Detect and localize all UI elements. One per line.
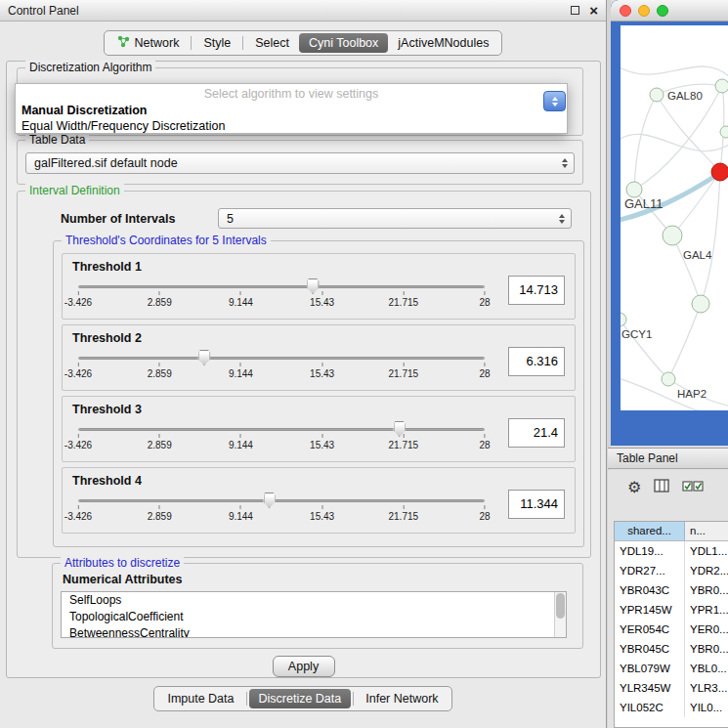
table-data-combobox[interactable]: galFiltered.sif default node bbox=[25, 152, 575, 174]
control-panel-title: Control Panel bbox=[8, 4, 79, 18]
selected-red-node[interactable] bbox=[711, 163, 728, 181]
threshold-2-value-field[interactable]: 6.316 bbox=[508, 347, 565, 376]
cell[interactable]: YDL1... bbox=[685, 541, 728, 561]
list-item-selfloops[interactable]: SelfLoops bbox=[62, 592, 566, 609]
threshold-4-slider[interactable]: -3.426 2.859 9.144 15.43 21.715 28 bbox=[78, 492, 485, 531]
table-row[interactable]: YIL052C YIL0... bbox=[615, 698, 728, 717]
control-panel-window: Control Panel × Network bbox=[0, 0, 607, 728]
table-row[interactable]: YER054C YER0... bbox=[615, 620, 728, 639]
table-row[interactable]: YPR145W YPR1... bbox=[615, 600, 728, 620]
gear-icon[interactable]: ⚙ bbox=[627, 480, 641, 495]
table-row[interactable]: YBL079W YBL0... bbox=[615, 659, 728, 678]
cell[interactable]: YLR3... bbox=[685, 678, 728, 698]
tab-network[interactable]: Network bbox=[107, 32, 190, 54]
table-row[interactable]: YLR345W YLR3... bbox=[615, 678, 728, 698]
threshold-2-panel: Threshold 2 -3.426 2.859 9.144 15.43 21.… bbox=[62, 324, 576, 391]
cell[interactable]: YBR0... bbox=[685, 580, 728, 600]
tab-separator bbox=[353, 692, 354, 706]
column-header-name[interactable]: n... bbox=[685, 522, 728, 540]
cell[interactable]: YDR27... bbox=[615, 561, 685, 580]
list-item-betweennesscentrality[interactable]: BetweennessCentrality bbox=[62, 625, 566, 638]
number-of-intervals-combobox[interactable]: 5 bbox=[218, 208, 572, 229]
slider-track[interactable] bbox=[78, 428, 485, 431]
cell[interactable]: YDR2... bbox=[685, 561, 728, 580]
node-hap2[interactable] bbox=[662, 372, 675, 386]
slider-track[interactable] bbox=[78, 285, 485, 288]
algorithm-item-equal-width-frequency[interactable]: Equal Width/Frequency Discretization bbox=[16, 118, 567, 134]
node[interactable] bbox=[692, 295, 709, 313]
slider-track[interactable] bbox=[78, 499, 485, 502]
tab-style[interactable]: Style bbox=[193, 33, 240, 53]
close-icon[interactable]: × bbox=[589, 3, 598, 18]
float-window-icon[interactable] bbox=[571, 6, 579, 15]
list-scrollbar[interactable] bbox=[554, 592, 566, 637]
node-gal4[interactable] bbox=[663, 226, 682, 245]
thresholds-group-label: Threshold's Coordinates for 5 Intervals bbox=[62, 234, 271, 247]
column-header-shared[interactable]: shared... bbox=[615, 522, 685, 540]
threshold-2-slider[interactable]: -3.426 2.859 9.144 15.43 21.715 28 bbox=[78, 349, 485, 388]
algorithm-combo-button[interactable] bbox=[543, 91, 566, 111]
tab-infer-network[interactable]: Infer Network bbox=[356, 689, 448, 708]
cell[interactable]: YBR043C bbox=[615, 580, 685, 600]
algorithm-item-manual-discretization[interactable]: Manual Discretization bbox=[16, 103, 567, 118]
cell[interactable]: YDL19... bbox=[615, 541, 685, 561]
cell[interactable]: YPR1... bbox=[685, 600, 728, 620]
tab-label: Impute Data bbox=[167, 692, 234, 706]
cell[interactable]: YIL052C bbox=[615, 698, 685, 717]
combo-arrows-icon bbox=[559, 214, 571, 224]
tab-impute-data[interactable]: Impute Data bbox=[157, 689, 243, 708]
columns-icon[interactable] bbox=[654, 479, 669, 496]
cell[interactable]: YBR0... bbox=[685, 639, 728, 659]
threshold-1-slider[interactable]: -3.426 2.859 9.144 15.43 21.715 28 bbox=[78, 278, 485, 317]
threshold-1-value-field[interactable]: 14.713 bbox=[508, 276, 565, 305]
table-row[interactable]: YBR045C YBR0... bbox=[615, 639, 728, 659]
threshold-4-value-field[interactable]: 11.344 bbox=[508, 490, 565, 519]
tick: -3.426 bbox=[64, 363, 92, 379]
cell[interactable]: YER054C bbox=[615, 620, 685, 639]
table-row[interactable]: YDR27... YDR2... bbox=[615, 561, 728, 580]
table-row[interactable]: YBR043C YBR0... bbox=[615, 580, 728, 600]
tab-discretize-data[interactable]: Discretize Data bbox=[249, 689, 352, 708]
threshold-4-panel: Threshold 4 -3.426 2.859 9.144 15.43 21.… bbox=[62, 467, 576, 534]
node[interactable] bbox=[715, 79, 728, 93]
algorithm-hint-item[interactable]: Select algorithm to view settings bbox=[16, 84, 567, 103]
network-canvas[interactable]: GAL80 GAL11 GAL4 GCY1 HAP2 bbox=[621, 25, 728, 410]
interval-definition-label: Interval Definition bbox=[25, 184, 124, 197]
cell[interactable]: YIL0... bbox=[685, 698, 728, 717]
slider-track[interactable] bbox=[78, 357, 485, 360]
node[interactable] bbox=[720, 126, 728, 138]
node-label-gal11: GAL11 bbox=[624, 196, 664, 211]
select-columns-checkboxes-icon[interactable] bbox=[682, 479, 704, 496]
cell[interactable]: YBL079W bbox=[615, 659, 685, 678]
tick: 21.715 bbox=[389, 363, 419, 379]
thresholds-group: Threshold's Coordinates for 5 Intervals … bbox=[53, 240, 584, 547]
cell[interactable]: YBR045C bbox=[615, 639, 685, 659]
cell[interactable]: YPR145W bbox=[615, 600, 685, 620]
threshold-3-value-field[interactable]: 21.4 bbox=[508, 418, 565, 448]
tab-separator bbox=[242, 36, 243, 50]
list-item-topologicalcoefficient[interactable]: TopologicalCoefficient bbox=[62, 609, 566, 625]
apply-button[interactable]: Apply bbox=[273, 656, 335, 677]
zoom-traffic-light[interactable] bbox=[657, 5, 668, 17]
cell[interactable]: YLR345W bbox=[615, 678, 685, 698]
slider-thumb[interactable] bbox=[263, 492, 276, 508]
cell[interactable]: YER0... bbox=[685, 620, 728, 639]
numerical-attributes-list: SelfLoops TopologicalCoefficient Between… bbox=[61, 591, 567, 638]
table-row[interactable]: YDL19... YDL1... bbox=[615, 541, 728, 561]
tab-cyni-toolbox[interactable]: Cyni Toolbox bbox=[299, 33, 388, 53]
tick: 28 bbox=[479, 363, 490, 379]
table-panel: ⚙ shared... n... bbox=[608, 470, 728, 728]
screen: Control Panel × Network bbox=[0, 0, 728, 728]
tab-select[interactable]: Select bbox=[245, 33, 299, 53]
tab-jactivemnodules[interactable]: jActiveMNodules bbox=[388, 33, 498, 53]
node-gcy1[interactable] bbox=[621, 313, 626, 326]
node-gal80[interactable] bbox=[650, 88, 664, 102]
threshold-3-slider[interactable]: -3.426 2.859 9.144 15.43 21.715 28 bbox=[78, 420, 485, 459]
cell[interactable]: YBL0... bbox=[685, 659, 728, 678]
slider-thumb[interactable] bbox=[197, 350, 210, 365]
tick: 21.715 bbox=[389, 434, 419, 450]
minimize-traffic-light[interactable] bbox=[638, 5, 650, 17]
node-gal11[interactable] bbox=[626, 182, 642, 197]
close-traffic-light[interactable] bbox=[620, 5, 631, 17]
scrollbar-thumb[interactable] bbox=[556, 593, 565, 619]
